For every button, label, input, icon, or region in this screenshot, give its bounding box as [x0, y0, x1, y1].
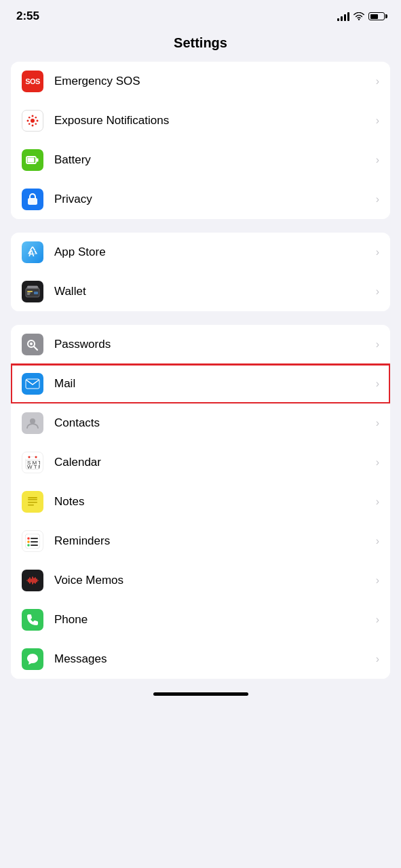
svg-rect-11 [28, 158, 35, 163]
settings-row-exposure-notifications[interactable]: Exposure Notifications › [11, 101, 390, 140]
privacy-label: Privacy [54, 193, 370, 206]
privacy-icon [22, 189, 43, 210]
exposure-notifications-icon [22, 110, 43, 132]
svg-point-25 [30, 342, 33, 345]
svg-rect-12 [28, 198, 37, 205]
svg-rect-20 [27, 293, 31, 294]
settings-row-battery[interactable]: Battery › [11, 140, 390, 180]
status-icons [337, 12, 385, 21]
notes-label: Notes [54, 495, 370, 509]
settings-row-calendar[interactable]: S M T W T F S Calendar › [11, 443, 390, 482]
messages-icon [22, 648, 43, 670]
chevron-icon: › [376, 75, 379, 87]
emergency-sos-label: Emergency SOS [54, 75, 370, 88]
chevron-icon: › [376, 535, 379, 547]
phone-label: Phone [54, 613, 370, 627]
contacts-icon [22, 412, 43, 434]
chevron-icon: › [376, 496, 379, 508]
emergency-sos-icon: SOS [22, 71, 43, 92]
mail-label: Mail [54, 377, 370, 391]
wallet-label: Wallet [54, 285, 370, 298]
settings-row-contacts[interactable]: Contacts › [11, 403, 390, 443]
home-indicator [153, 692, 248, 696]
mail-icon [22, 373, 43, 395]
svg-point-0 [31, 119, 35, 123]
svg-point-7 [28, 123, 31, 125]
chevron-icon: › [376, 193, 379, 205]
settings-row-phone[interactable]: Phone › [11, 600, 390, 639]
notes-icon [22, 491, 43, 513]
chevron-icon: › [376, 653, 379, 665]
settings-row-wallet[interactable]: Wallet › [11, 272, 390, 311]
svg-rect-10 [37, 159, 39, 162]
chevron-icon: › [376, 456, 379, 469]
chevron-icon: › [376, 614, 379, 626]
settings-row-passwords[interactable]: Passwords › [11, 325, 390, 364]
chevron-icon: › [376, 417, 379, 429]
svg-rect-47 [31, 545, 38, 546]
chevron-icon: › [376, 285, 379, 298]
svg-point-2 [32, 125, 34, 127]
battery-icon [368, 12, 385, 20]
status-bar: 2:55 [0, 0, 401, 28]
svg-rect-18 [27, 286, 38, 288]
svg-point-6 [35, 117, 37, 119]
svg-point-8 [35, 123, 37, 125]
reminders-label: Reminders [54, 534, 370, 548]
svg-point-4 [37, 120, 39, 122]
settings-row-voice-memos[interactable]: Voice Memos › [11, 561, 390, 600]
reminders-icon [22, 530, 43, 552]
svg-rect-19 [27, 291, 33, 292]
svg-text:A: A [28, 249, 35, 258]
settings-row-reminders[interactable]: Reminders › [11, 521, 390, 561]
calendar-icon: S M T W T F S [22, 452, 43, 473]
voice-memos-label: Voice Memos [54, 574, 370, 587]
settings-row-privacy[interactable]: Privacy › [11, 180, 390, 219]
exposure-notifications-label: Exposure Notifications [54, 114, 370, 127]
contacts-label: Contacts [54, 416, 370, 430]
signal-bars-icon [337, 12, 349, 21]
settings-group-3: Passwords › Mail › Contacts › [11, 325, 390, 679]
battery-icon-row [22, 149, 43, 171]
svg-rect-43 [31, 538, 38, 539]
calendar-label: Calendar [54, 456, 370, 469]
settings-row-notes[interactable]: Notes › [11, 482, 390, 521]
settings-group-2: A App Store › Wallet › [11, 233, 390, 311]
chevron-icon: › [376, 246, 379, 258]
passwords-icon [22, 334, 43, 355]
svg-point-33 [35, 456, 37, 458]
settings-group-1: SOS Emergency SOS › Exposure Notificatio… [11, 62, 390, 219]
wifi-icon [354, 12, 364, 20]
svg-rect-22 [34, 292, 38, 294]
chevron-icon: › [376, 154, 379, 166]
svg-point-5 [28, 117, 31, 119]
settings-row-app-store[interactable]: A App Store › [11, 233, 390, 272]
passwords-label: Passwords [54, 338, 370, 351]
voice-memos-icon [22, 570, 43, 591]
svg-point-44 [27, 540, 30, 543]
settings-row-emergency-sos[interactable]: SOS Emergency SOS › [11, 62, 390, 101]
svg-text:S M T
          W T F S: S M T W T F S [27, 460, 40, 470]
svg-rect-38 [28, 502, 37, 503]
svg-point-1 [32, 115, 34, 117]
svg-rect-21 [27, 294, 30, 295]
app-store-label: App Store [54, 245, 370, 259]
messages-label: Messages [54, 652, 370, 666]
svg-rect-40 [28, 497, 37, 498]
svg-rect-37 [28, 499, 37, 500]
svg-line-24 [34, 347, 37, 350]
status-time: 2:55 [16, 9, 39, 23]
chevron-icon: › [376, 115, 379, 127]
svg-rect-45 [31, 541, 38, 542]
svg-rect-39 [28, 505, 34, 506]
svg-point-28 [30, 418, 35, 424]
chevron-icon: › [376, 338, 379, 351]
chevron-icon: › [376, 378, 379, 390]
settings-row-mail[interactable]: Mail › [11, 364, 390, 403]
wallet-icon [22, 281, 43, 302]
phone-icon [22, 609, 43, 631]
settings-row-messages[interactable]: Messages › [11, 639, 390, 679]
chevron-icon: › [376, 574, 379, 587]
svg-point-42 [27, 537, 30, 540]
battery-label: Battery [54, 153, 370, 167]
